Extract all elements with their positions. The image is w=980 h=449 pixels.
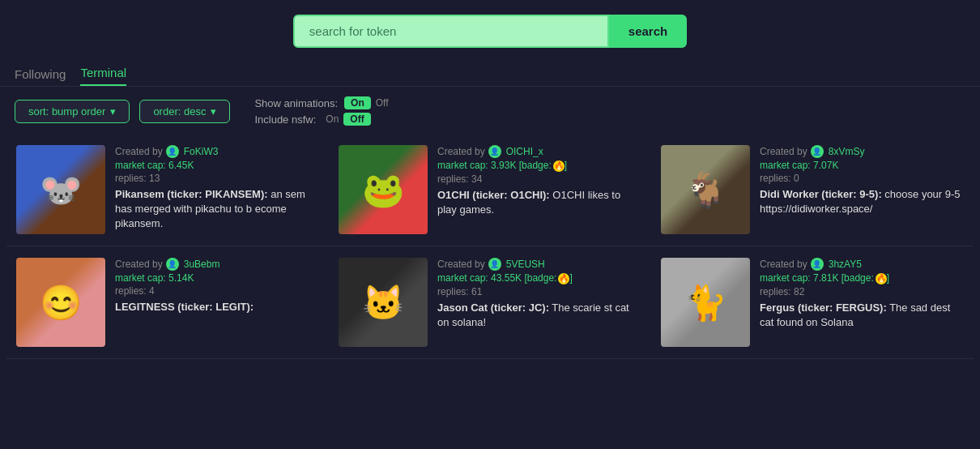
card-name-jasoncat: Jason Cat (ticker: JC):	[437, 301, 549, 314]
creator-name-o1chi: OICHI_x	[506, 146, 543, 157]
avatar-icon-jasoncat: 👤	[488, 258, 501, 271]
order-button[interactable]: order: desc ▾	[139, 100, 230, 123]
card-jasoncat[interactable]: 🐱 Created by 👤 5VEUSH market cap: 43.55K…	[329, 246, 651, 359]
card-name-fergus: Fergus (ticker: FERGUS):	[760, 301, 887, 314]
card-created-didi: Created by 👤 8xVmSy	[760, 145, 964, 158]
card-desc-jasoncat: Jason Cat (ticker: JC): The scarie st ca…	[437, 301, 641, 330]
card-info-jasoncat: Created by 👤 5VEUSH market cap: 43.55K […	[437, 258, 641, 330]
avatar-icon-legitness: 👤	[166, 258, 179, 271]
card-desc-didi: Didi Worker (ticker: 9-5): choose your 9…	[760, 187, 964, 216]
card-marketcap-o1chi: market cap: 3.93K [badge:🔥]	[437, 160, 641, 172]
card-replies-o1chi: replies: 34	[437, 173, 641, 185]
search-section: search	[0, 0, 980, 61]
card-replies-jasoncat: replies: 61	[437, 286, 641, 297]
sort-button[interactable]: sort: bump order ▾	[15, 100, 130, 123]
card-info-legitness: Created by 👤 3uBebm market cap: 5.14K re…	[115, 258, 319, 314]
avatar-icon-o1chi: 👤	[488, 145, 501, 158]
cards-grid: 🐭 Created by 👤 FoKiW3 market cap: 6.45K …	[0, 134, 980, 359]
card-image-pikansem: 🐭	[16, 145, 105, 234]
card-replies-fergus: replies: 82	[760, 286, 964, 297]
chevron-down-icon: ▾	[211, 105, 216, 118]
card-marketcap-jasoncat: market cap: 43.55K [badge:🔥]	[437, 272, 641, 284]
card-created-pikansem: Created by 👤 FoKiW3	[115, 145, 319, 158]
badge-icon-jasoncat: 🔥	[558, 273, 569, 284]
card-image-jasoncat: 🐱	[339, 258, 428, 347]
nsfw-option: Include nsfw: On Off	[254, 113, 391, 126]
nsfw-toggle[interactable]: On Off	[322, 113, 370, 126]
creator-name-fergus: 3hzAY5	[829, 259, 862, 270]
controls-row: sort: bump order ▾ order: desc ▾ Show an…	[0, 96, 980, 126]
badge-icon-fergus: 🔥	[876, 273, 887, 284]
animations-off[interactable]: Off	[373, 96, 392, 109]
card-replies-didi: replies: 0	[760, 173, 964, 184]
search-input[interactable]	[293, 15, 609, 48]
card-created-legitness: Created by 👤 3uBebm	[115, 258, 319, 271]
card-name-pikansem: Pikansem (ticker: PIKANSEM):	[115, 188, 268, 200]
nsfw-off[interactable]: Off	[343, 113, 370, 126]
card-info-pikansem: Created by 👤 FoKiW3 market cap: 6.45K re…	[115, 145, 319, 232]
card-marketcap-didi: market cap: 7.07K	[760, 160, 964, 171]
card-created-jasoncat: Created by 👤 5VEUSH	[437, 258, 641, 271]
creator-name-legitness: 3uBebm	[184, 259, 220, 270]
card-desc-o1chi: O1CHI (ticker: O1CHI): O1CHI likes to pl…	[437, 188, 641, 217]
chevron-down-icon: ▾	[110, 105, 116, 118]
card-replies-pikansem: replies: 13	[115, 173, 319, 184]
card-image-fergus: 🐈	[661, 258, 750, 347]
creator-name-didi: 8xVmSy	[829, 146, 865, 157]
card-legitness[interactable]: 😊 Created by 👤 3uBebm market cap: 5.14K …	[6, 246, 329, 359]
animations-option: Show animations: On Off	[254, 96, 391, 109]
card-name-o1chi: O1CHI (ticker: O1CHI):	[437, 189, 550, 201]
card-marketcap-legitness: market cap: 5.14K	[115, 272, 319, 284]
avatar-icon-pikansem: 👤	[166, 145, 179, 158]
creator-name-jasoncat: 5VEUSH	[506, 259, 545, 270]
card-created-fergus: Created by 👤 3hzAY5	[760, 258, 964, 271]
card-image-didi: 🐐	[661, 145, 750, 234]
card-marketcap-pikansem: market cap: 6.45K	[115, 160, 319, 171]
card-info-fergus: Created by 👤 3hzAY5 market cap: 7.81K [b…	[760, 258, 964, 330]
creator-name-pikansem: FoKiW3	[184, 146, 219, 157]
search-button[interactable]: search	[609, 15, 687, 48]
card-pikansem[interactable]: 🐭 Created by 👤 FoKiW3 market cap: 6.45K …	[6, 134, 329, 246]
card-image-o1chi: 🐸	[339, 145, 428, 234]
card-desc-legitness: LEGITNESS (ticker: LEGIT):	[115, 300, 319, 314]
avatar-icon-didi: 👤	[811, 145, 824, 158]
card-info-didi: Created by 👤 8xVmSy market cap: 7.07K re…	[760, 145, 964, 216]
card-info-o1chi: Created by 👤 OICHI_x market cap: 3.93K […	[437, 145, 641, 217]
animations-toggle[interactable]: On Off	[344, 96, 391, 109]
animations-on[interactable]: On	[344, 96, 371, 109]
card-created-o1chi: Created by 👤 OICHI_x	[437, 145, 641, 158]
tab-following[interactable]: Following	[15, 67, 66, 86]
nsfw-on[interactable]: On	[322, 113, 342, 126]
card-name-didi: Didi Worker (ticker: 9-5):	[760, 188, 882, 200]
avatar-icon-fergus: 👤	[811, 258, 824, 271]
card-marketcap-fergus: market cap: 7.81K [badge:🔥]	[760, 272, 964, 284]
card-o1chi[interactable]: 🐸 Created by 👤 OICHI_x market cap: 3.93K…	[329, 134, 651, 246]
card-name-legitness: LEGITNESS (ticker: LEGIT):	[115, 301, 254, 313]
badge-icon-o1chi: 🔥	[553, 160, 565, 172]
tab-terminal[interactable]: Terminal	[80, 66, 126, 86]
card-image-legitness: 😊	[16, 258, 105, 347]
card-desc-pikansem: Pikansem (ticker: PIKANSEM): an sem has …	[115, 187, 319, 232]
options-section: Show animations: On Off Include nsfw: On…	[254, 96, 391, 126]
nav-tabs: Following Terminal	[0, 61, 980, 87]
card-desc-fergus: Fergus (ticker: FERGUS): The sad dest ca…	[760, 301, 964, 330]
card-didi[interactable]: 🐐 Created by 👤 8xVmSy market cap: 7.07K …	[651, 134, 974, 246]
card-replies-legitness: replies: 4	[115, 285, 319, 297]
card-fergus[interactable]: 🐈 Created by 👤 3hzAY5 market cap: 7.81K …	[651, 246, 974, 359]
